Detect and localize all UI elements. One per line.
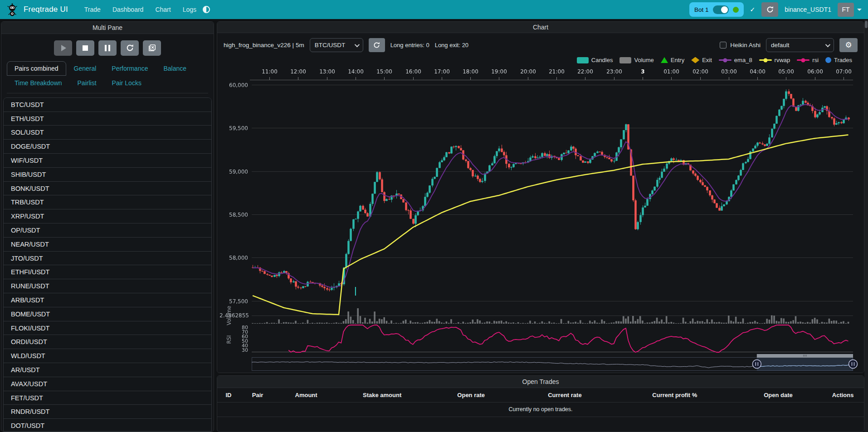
pair-row-fet-usdt[interactable]: FET/USDT	[4, 391, 211, 405]
pause-button[interactable]	[98, 40, 117, 56]
pair-row-xrp-usdt[interactable]: XRP/USDT	[4, 209, 211, 223]
theme-toggle-icon[interactable]	[203, 6, 210, 13]
col-header-amount[interactable]: Amount	[275, 388, 336, 403]
tab-time-breakdown[interactable]: Time Breakdown	[7, 76, 70, 90]
pair-row-near-usdt[interactable]: NEAR/USDT	[4, 238, 211, 252]
pair-row-eth-usdt[interactable]: ETH/USDT	[4, 112, 211, 126]
pause-icon	[105, 45, 110, 51]
triangle-marker-icon	[661, 57, 668, 63]
stop-button[interactable]	[76, 40, 94, 56]
pair-row-shib-usdt[interactable]: SHIB/USDT	[4, 168, 211, 182]
pair-row-rndr-usdt[interactable]: RNDR/USDT	[4, 405, 211, 419]
legend-label: Candles	[591, 57, 613, 63]
pair-row-trb-usdt[interactable]: TRB/USDT	[4, 195, 211, 209]
legend-item-rsi[interactable]: rsi	[797, 57, 819, 63]
open-trades-table: IDPairAmountStake amountOpen rateCurrent…	[217, 388, 864, 417]
circle-marker-icon	[825, 57, 831, 63]
legend-item-ema-8[interactable]: ema_8	[719, 57, 752, 63]
legend-item-candles[interactable]: Candles	[577, 57, 613, 63]
bot-controls	[1, 34, 214, 61]
multi-pane-tabs: Pairs combinedGeneralPerformanceBalance …	[1, 61, 214, 93]
col-header-id[interactable]: ID	[217, 388, 240, 403]
col-header-current-profit[interactable]: Current profit %	[615, 388, 735, 403]
pair-row-bome-usdt[interactable]: BOME/USDT	[4, 307, 211, 321]
nav-item-logs[interactable]: Logs	[183, 6, 196, 13]
open-trades-title: Open Trades	[217, 376, 864, 388]
refresh-chart-button[interactable]	[369, 38, 385, 52]
pair-row-bonk-usdt[interactable]: BONK/USDT	[4, 182, 211, 196]
tab-pair-locks[interactable]: Pair Locks	[104, 76, 149, 90]
plot-settings-button[interactable]: ⚙	[839, 38, 858, 52]
pair-row-ar-usdt[interactable]: AR/USDT	[4, 363, 211, 377]
avatar[interactable]: FT	[838, 3, 854, 17]
legend-item-entry[interactable]: Entry	[661, 57, 684, 63]
col-header-actions[interactable]: Actions	[822, 388, 864, 403]
nav-item-dashboard[interactable]: Dashboard	[112, 6, 144, 13]
legend-item-exit[interactable]: Exit	[691, 57, 712, 63]
legend-item-volume[interactable]: Volume	[619, 57, 653, 63]
reload-icon	[766, 6, 774, 13]
pair-row-avax-usdt[interactable]: AVAX/USDT	[4, 377, 211, 391]
user-menu[interactable]: FT	[838, 3, 862, 17]
pair-row-op-usdt[interactable]: OP/USDT	[4, 223, 211, 238]
scrollbar-thumb[interactable]	[865, 21, 868, 28]
reload-config-button[interactable]	[121, 40, 139, 56]
tabs-row-1: Pairs combinedGeneralPerformanceBalance	[7, 61, 208, 76]
pair-row-jto-usdt[interactable]: JTO/USDT	[4, 252, 211, 266]
price-chart-canvas[interactable]	[217, 65, 864, 373]
legend-label: rvwap	[775, 57, 790, 63]
refresh-icon	[373, 42, 380, 49]
pair-row-ordi-usdt[interactable]: ORDI/USDT	[4, 335, 211, 349]
legend-item-trades[interactable]: Trades	[825, 57, 852, 63]
chart-legend: CandlesVolumeEntryExitema_8rvwaprsiTrade…	[217, 53, 864, 64]
col-header-stake-amount[interactable]: Stake amount	[337, 388, 428, 403]
nav-menu: TradeDashboardChartLogs	[84, 6, 196, 13]
play-button[interactable]	[54, 40, 72, 56]
rect-marker-icon	[619, 57, 631, 63]
bot-toggle-knob	[721, 6, 728, 13]
clear-chart-button[interactable]	[143, 40, 161, 56]
nav-item-chart[interactable]: Chart	[155, 6, 171, 13]
legend-label: ema_8	[734, 57, 752, 63]
plot-config-select[interactable]: default	[766, 38, 834, 52]
pair-row-rune-usdt[interactable]: RUNE/USDT	[4, 279, 211, 293]
bot-toggle[interactable]	[713, 5, 729, 14]
pair-row-floki-usdt[interactable]: FLOKI/USDT	[4, 321, 211, 335]
signals-summary: Long entries: 0 Long exit: 20	[390, 42, 468, 49]
no-trades-message: Currently no open trades.	[217, 403, 864, 417]
tab-pairlist[interactable]: Pairlist	[70, 76, 104, 90]
heikin-ashi-checkbox[interactable]	[720, 42, 727, 49]
legend-label: Exit	[702, 57, 712, 63]
tab-general[interactable]: General	[66, 61, 104, 76]
page-scrollbar[interactable]	[864, 20, 868, 432]
tab-performance[interactable]: Performance	[104, 61, 156, 76]
nav-item-trade[interactable]: Trade	[84, 6, 101, 13]
long-exit-label: Long exit: 20	[435, 42, 468, 49]
line-marker-icon	[797, 59, 809, 61]
col-header-pair[interactable]: Pair	[240, 388, 275, 403]
legend-item-rvwap[interactable]: rvwap	[759, 57, 790, 63]
chevron-down-icon	[857, 9, 862, 11]
exchange-login-label: binance_USDT1	[785, 6, 831, 13]
bot-selector[interactable]: Bot 1	[689, 2, 744, 17]
pair-row-sol-usdt[interactable]: SOL/USDT	[4, 126, 211, 140]
pair-row-btc-usdt[interactable]: BTC/USDT	[4, 98, 211, 112]
pair-row-wif-usdt[interactable]: WIF/USDT	[4, 154, 211, 168]
chart-panel-title: Chart	[217, 22, 864, 33]
pair-row-doge-usdt[interactable]: DOGE/USDT	[4, 140, 211, 154]
bot-name: Bot 1	[694, 6, 709, 13]
tabs-divider	[7, 93, 208, 93]
pair-row-arb-usdt[interactable]: ARB/USDT	[4, 293, 211, 307]
tab-pairs-combined[interactable]: Pairs combined	[7, 61, 66, 76]
col-header-open-date[interactable]: Open date	[735, 388, 822, 403]
reload-bot-button[interactable]	[761, 2, 778, 17]
col-header-current-rate[interactable]: Current rate	[515, 388, 615, 403]
pair-select[interactable]: BTC/USDT	[310, 38, 363, 52]
play-icon	[61, 45, 66, 51]
pair-row-ethfi-usdt[interactable]: ETHFI/USDT	[4, 265, 211, 279]
app-title[interactable]: Freqtrade UI	[24, 5, 68, 14]
tab-balance[interactable]: Balance	[156, 61, 194, 76]
pair-row-dot-usdt[interactable]: DOT/USDT	[4, 419, 211, 432]
pair-row-wld-usdt[interactable]: WLD/USDT	[4, 349, 211, 363]
col-header-open-rate[interactable]: Open rate	[427, 388, 515, 403]
